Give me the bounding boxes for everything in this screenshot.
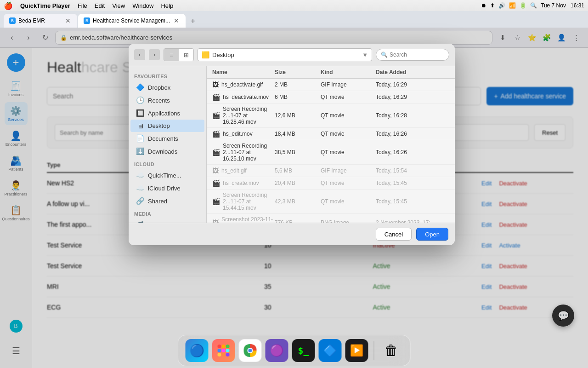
- tab-add-button[interactable]: +: [187, 15, 199, 28]
- file-date: Today, 15:45: [376, 198, 449, 205]
- fd-sidebar-documents[interactable]: 📄 Documents: [130, 132, 204, 145]
- file-icon: 🎬: [212, 198, 220, 205]
- file-name: 🎬hs_edit.mov: [212, 130, 275, 138]
- documents-icon: 📄: [136, 134, 144, 143]
- dock-launchpad[interactable]: [212, 339, 235, 362]
- fd-sidebar: Favourites 🔷 Dropbox 🕒 Recents 🔲 Applica…: [129, 66, 207, 223]
- file-row[interactable]: 🎬Screen Recording 2...11-07 at 16.25.10.…: [207, 140, 455, 165]
- file-size: 2 MB: [275, 81, 321, 88]
- file-row[interactable]: 🎬Screen Recording 2...11-07 at 15.44.15.…: [207, 190, 455, 214]
- fd-sidebar-recents[interactable]: 🕒 Recents: [130, 94, 204, 107]
- file-row[interactable]: 🎬Screen Recording 2...1-07 at 16.28.46.m…: [207, 104, 455, 128]
- fd-location-expand-icon: ▼: [362, 52, 368, 58]
- fd-search-input[interactable]: [390, 52, 455, 58]
- file-date: Today, 16:28: [376, 112, 449, 119]
- file-dialog: ‹ › ≡ ⊞ 🟨 Desktop ▼ 🔍 Favourites 🔷 Dropb…: [129, 44, 455, 245]
- fd-back-button[interactable]: ‹: [134, 49, 145, 60]
- tab-title-beda: Beda EMR: [18, 17, 62, 24]
- menu-edit[interactable]: Edit: [95, 2, 105, 9]
- fd-sidebar-label: Music: [148, 222, 164, 223]
- fd-grid-view-button[interactable]: ⊞: [179, 49, 193, 61]
- upload-icon: ⬆: [490, 2, 495, 9]
- tab-close-beda[interactable]: ✕: [64, 17, 72, 24]
- col-size: Size: [275, 69, 321, 75]
- tab-close-healthcare[interactable]: ✕: [173, 17, 180, 24]
- dock-quicktime[interactable]: ▶️: [345, 339, 368, 362]
- open-button[interactable]: Open: [416, 228, 448, 241]
- file-date: Today, 16:26: [376, 149, 449, 155]
- file-row[interactable]: 🖼Screenshot 2023-11-02 at 17.14.53 776 K…: [207, 214, 455, 223]
- dock-terminal[interactable]: $_: [292, 339, 315, 362]
- menu-view[interactable]: View: [112, 2, 125, 9]
- tab-healthcare[interactable]: B Healthcare Service Managem... ✕: [78, 14, 186, 28]
- file-row[interactable]: 🎬hs_deactivate.mov 6 MB QT movie Today, …: [207, 91, 455, 104]
- fd-sidebar-music[interactable]: 🎵 Music: [130, 218, 204, 223]
- file-size: 776 KB: [275, 219, 321, 223]
- fd-sidebar-icloud-drive[interactable]: ☁️ iCloud Drive: [130, 182, 204, 195]
- fd-view-toggle: ≡ ⊞: [164, 48, 194, 61]
- cancel-button[interactable]: Cancel: [376, 228, 412, 241]
- file-row[interactable]: 🎬hs_edit.mov 18,4 MB QT movie Today, 16:…: [207, 128, 455, 140]
- file-kind: GIF Image: [321, 167, 376, 174]
- fd-sidebar-label: QuickTime...: [148, 172, 181, 179]
- fd-search[interactable]: 🔍: [376, 49, 449, 61]
- music-icon: 🎵: [136, 221, 144, 223]
- fd-sidebar-quicktime[interactable]: ☁️ QuickTime...: [130, 169, 204, 182]
- fd-sidebar-applications[interactable]: 🔲 Applications: [130, 107, 204, 120]
- file-date: Today, 16:29: [376, 81, 449, 88]
- col-kind: Kind: [321, 69, 376, 75]
- dock: 🔵: [178, 335, 411, 366]
- dock-finder[interactable]: 🔵: [186, 339, 209, 362]
- fd-sidebar-label: Documents: [148, 135, 178, 142]
- file-row[interactable]: 🖼hs_edit.gif 5,6 MB GIF Image Today, 15:…: [207, 165, 455, 177]
- svg-point-0: [218, 345, 221, 348]
- browser-tabs: B Beda EMR ✕ B Healthcare Service Manage…: [0, 11, 588, 28]
- fd-sidebar-label: Downloads: [148, 148, 177, 155]
- menu-window[interactable]: Window: [132, 2, 153, 9]
- wifi-icon: 📶: [509, 2, 516, 9]
- fd-sidebar-dropbox[interactable]: 🔷 Dropbox: [130, 81, 204, 94]
- file-name: 🖼hs_edit.gif: [212, 167, 275, 174]
- file-size: 6 MB: [275, 94, 321, 100]
- fd-list-header: Name Size Kind Date Added: [207, 66, 455, 79]
- tab-beda[interactable]: B Beda EMR ✕: [4, 14, 77, 28]
- fd-sidebar-label: iCloud Drive: [148, 185, 181, 192]
- record-icon: ⏺: [481, 2, 486, 9]
- file-icon: 🎬: [212, 112, 220, 119]
- file-dialog-body: Favourites 🔷 Dropbox 🕒 Recents 🔲 Applica…: [129, 66, 455, 223]
- apple-menu[interactable]: 🍎: [4, 1, 13, 10]
- dock-vscode[interactable]: 🔷: [319, 339, 342, 362]
- file-icon: 🎬: [212, 149, 220, 156]
- svg-point-3: [218, 349, 221, 352]
- col-name: Name: [212, 69, 275, 75]
- file-name: 🎬Screen Recording 2...11-07 at 15.44.15.…: [212, 192, 275, 211]
- svg-point-11: [249, 349, 252, 352]
- dock-trash[interactable]: 🗑: [380, 339, 403, 362]
- fd-sidebar-desktop[interactable]: 🖥 Desktop: [130, 120, 204, 132]
- fd-filelist: Name Size Kind Date Added 🖼hs_deactivate…: [207, 66, 455, 223]
- fd-list-view-button[interactable]: ≡: [164, 49, 179, 61]
- file-icon: 🎬: [212, 179, 220, 187]
- file-date: 2 November 2023, 17:...: [376, 219, 449, 223]
- tab-favicon-healthcare: B: [84, 17, 90, 24]
- app-name[interactable]: QuickTime Player: [20, 2, 70, 9]
- file-icon: 🎬: [212, 130, 220, 138]
- clock: Tue 7 Nov 16:31: [541, 2, 584, 9]
- menu-help[interactable]: Help: [161, 2, 173, 9]
- file-row[interactable]: 🖼hs_deactivate.gif 2 MB GIF Image Today,…: [207, 79, 455, 91]
- file-row[interactable]: 🎬hs_create.mov 20,4 MB QT movie Today, 1…: [207, 177, 455, 190]
- svg-point-6: [218, 353, 221, 356]
- fd-sidebar-shared[interactable]: 🔗 Shared: [130, 195, 204, 207]
- menu-file[interactable]: File: [78, 2, 87, 9]
- search-menubar-icon[interactable]: 🔍: [530, 2, 537, 9]
- file-size: 18,4 MB: [275, 131, 321, 137]
- fd-sidebar-downloads[interactable]: ⬇️ Downloads: [130, 145, 204, 158]
- svg-point-2: [226, 345, 230, 348]
- dock-chrome[interactable]: [239, 339, 262, 362]
- dock-obsidian[interactable]: 🟣: [266, 339, 288, 362]
- fd-location[interactable]: 🟨 Desktop ▼: [198, 48, 372, 61]
- file-date: Today, 15:54: [376, 167, 449, 174]
- tab-title-healthcare: Healthcare Service Managem...: [93, 17, 170, 24]
- fd-forward-button[interactable]: ›: [149, 49, 160, 60]
- svg-point-1: [222, 345, 226, 348]
